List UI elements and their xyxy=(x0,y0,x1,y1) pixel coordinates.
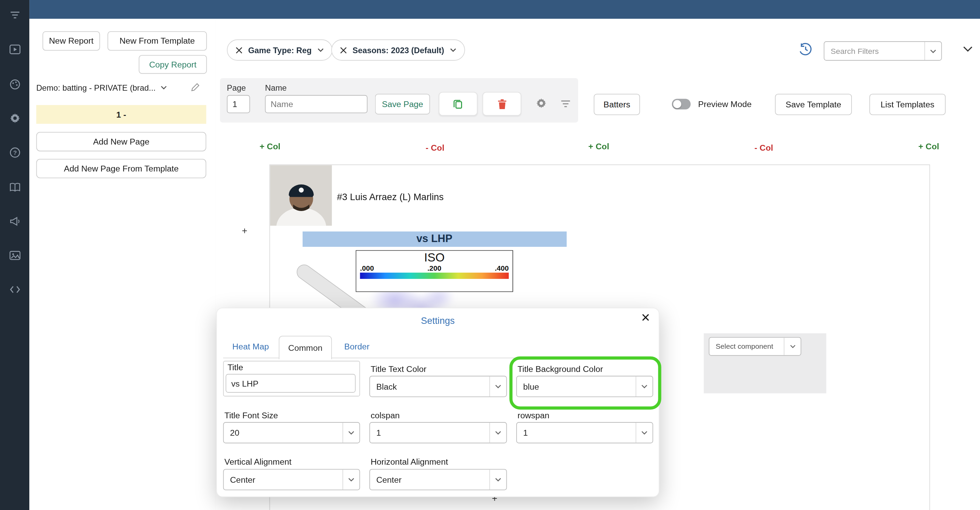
copy-icon xyxy=(452,98,464,110)
page-name-input[interactable] xyxy=(265,95,368,113)
title-background-color-select[interactable]: blue xyxy=(516,376,653,397)
close-icon[interactable]: × xyxy=(641,310,650,325)
legend-tick: .000 xyxy=(360,265,374,272)
add-new-page-button[interactable]: Add New Page xyxy=(36,132,206,151)
chevron-down-icon xyxy=(342,469,360,489)
horizontal-alignment-select[interactable]: Center xyxy=(369,469,507,490)
history-icon[interactable] xyxy=(799,43,812,56)
book-icon[interactable] xyxy=(8,181,21,193)
tab-border[interactable]: Border xyxy=(339,336,374,358)
close-icon[interactable] xyxy=(340,47,347,54)
delete-page-button[interactable] xyxy=(482,92,521,116)
save-page-button[interactable]: Save Page xyxy=(375,94,430,115)
legend-title: ISO xyxy=(356,251,512,265)
duplicate-page-button[interactable] xyxy=(439,92,478,116)
select-value: Center xyxy=(224,469,342,489)
page-toolbar: Page Name Save Page xyxy=(220,78,578,123)
new-from-template-button[interactable]: New From Template xyxy=(107,31,207,51)
close-icon[interactable] xyxy=(235,47,242,54)
settings-modal: Settings × Heat Map Common Border Title … xyxy=(216,308,659,497)
add-row-button[interactable]: + xyxy=(242,225,247,236)
palette-icon[interactable] xyxy=(8,78,21,91)
color-scale-gradient xyxy=(360,273,509,279)
report-select[interactable]: Demo: batting - PRIVATE (brad... xyxy=(36,78,190,97)
vertical-alignment-select[interactable]: Center xyxy=(223,469,360,490)
gear-icon[interactable] xyxy=(8,112,21,124)
media-icon[interactable] xyxy=(8,43,21,56)
select-value: 20 xyxy=(224,423,342,443)
filter-chip-game-type[interactable]: Game Type: Reg xyxy=(227,40,332,61)
page-settings-gear-icon[interactable] xyxy=(536,97,547,109)
new-report-button[interactable]: New Report xyxy=(43,31,100,51)
chevron-down-icon xyxy=(489,423,506,443)
search-filters-placeholder: Search Filters xyxy=(824,42,924,60)
field-label: rowspan xyxy=(518,411,550,420)
svg-text:?: ? xyxy=(13,149,17,156)
toggle-knob xyxy=(673,100,681,108)
megaphone-icon[interactable] xyxy=(8,215,21,228)
tab-heat-map[interactable]: Heat Map xyxy=(226,336,276,358)
select-value: Black xyxy=(370,376,489,397)
select-value: 1 xyxy=(370,423,489,443)
report-select-value: Demo: batting - PRIVATE (brad... xyxy=(36,83,155,92)
select-value: Center xyxy=(370,469,489,489)
tab-common[interactable]: Common xyxy=(279,336,332,360)
remove-column-button[interactable]: - Col xyxy=(754,143,773,153)
title-font-size-select[interactable]: 20 xyxy=(223,422,360,443)
add-new-page-from-template-button[interactable]: Add New Page From Template xyxy=(36,159,206,178)
chevron-down-icon xyxy=(635,376,652,397)
field-label: Title xyxy=(228,363,243,372)
preview-mode-toggle[interactable] xyxy=(672,99,691,110)
player-name: #3 Luis Arraez (L) Marlins xyxy=(337,191,444,202)
add-column-button[interactable]: + Col xyxy=(589,142,609,151)
select-component-placeholder: Select component xyxy=(710,338,784,355)
batters-button[interactable]: Batters xyxy=(593,94,640,115)
code-icon[interactable] xyxy=(8,283,21,296)
field-label: Title Background Color xyxy=(518,365,603,374)
field-label: Vertical Alignment xyxy=(224,457,291,467)
save-template-button[interactable]: Save Template xyxy=(775,94,852,115)
trash-icon xyxy=(497,99,507,109)
legend-tick: .200 xyxy=(427,265,441,272)
title-text-color-select[interactable]: Black xyxy=(369,376,507,397)
preview-mode-label: Preview Mode xyxy=(698,100,752,109)
colspan-select[interactable]: 1 xyxy=(369,422,507,443)
select-component-dropdown[interactable]: Select component xyxy=(709,337,801,356)
iso-legend: ISO .000 .200 .400 xyxy=(356,250,513,292)
add-column-button[interactable]: + Col xyxy=(918,142,939,151)
rowspan-select[interactable]: 1 xyxy=(516,422,653,443)
remove-column-button[interactable]: - Col xyxy=(426,143,444,153)
search-filters-select[interactable]: Search Filters xyxy=(824,41,942,61)
title-input[interactable] xyxy=(226,374,356,393)
page-filter-icon[interactable] xyxy=(560,100,570,107)
filter-icon[interactable] xyxy=(8,9,21,21)
chevron-down-icon xyxy=(342,423,360,443)
chevron-down-icon xyxy=(489,376,506,397)
field-label: Title Font Size xyxy=(224,411,278,420)
chevron-down-icon xyxy=(784,338,801,355)
chevron-down-icon[interactable] xyxy=(450,48,456,52)
page-list-item[interactable]: 1 - xyxy=(36,105,206,124)
modal-title: Settings xyxy=(217,315,659,325)
chevron-down-icon xyxy=(161,86,167,89)
modal-tabs: Heat Map Common Border xyxy=(223,336,652,358)
main-content: Game Type: Reg Seasons: 2023 (Default) S… xyxy=(216,19,980,510)
chevron-down-icon[interactable] xyxy=(317,48,323,52)
filter-chip-label: Game Type: Reg xyxy=(248,45,312,55)
copy-report-button[interactable]: Copy Report xyxy=(139,55,207,73)
app-root: ? New Report New From Template Copy Repo… xyxy=(0,0,980,510)
help-icon[interactable]: ? xyxy=(8,146,21,159)
list-templates-button[interactable]: List Templates xyxy=(869,94,946,115)
edit-pencil-icon[interactable] xyxy=(191,83,200,92)
name-label: Name xyxy=(265,83,287,93)
add-column-button[interactable]: + Col xyxy=(260,142,280,151)
section-header-bar[interactable]: vs LHP xyxy=(302,231,566,247)
field-label: colspan xyxy=(371,411,400,420)
filter-chip-seasons[interactable]: Seasons: 2023 (Default) xyxy=(331,40,465,61)
collapse-chevron-icon[interactable] xyxy=(963,46,973,52)
page-number-input[interactable] xyxy=(227,95,250,113)
image-icon[interactable] xyxy=(8,249,21,261)
field-label: Horizontal Alignment xyxy=(371,457,448,467)
player-photo xyxy=(270,165,332,226)
chevron-down-icon xyxy=(924,42,942,60)
